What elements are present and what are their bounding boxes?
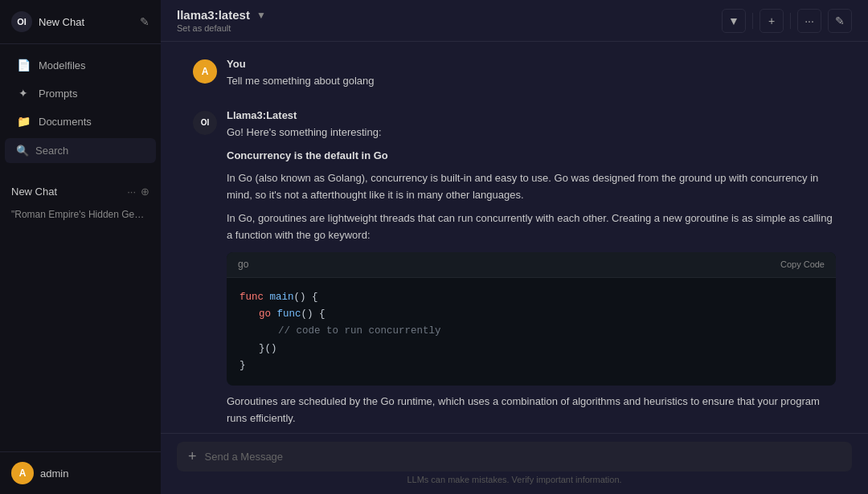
sidebar-chats-section: New Chat ··· ⊕ "Roman Empire's Hidden Ge… bbox=[0, 173, 161, 231]
bot-message-content: Llama3:Latest Go! Here's something inter… bbox=[227, 109, 836, 433]
sidebar-item-prompts[interactable]: ✦ Prompts bbox=[5, 80, 156, 107]
code-line-4: }() bbox=[240, 341, 823, 357]
chat-area: A You Tell me something about golang OI … bbox=[161, 42, 868, 433]
username-label: admin bbox=[40, 467, 68, 480]
input-row: + bbox=[177, 442, 852, 472]
bot-para1: In Go (also known as Golang), concurrenc… bbox=[227, 170, 836, 204]
user-message-content: You Tell me something about golang bbox=[227, 58, 836, 90]
documents-icon: 📁 bbox=[16, 115, 31, 128]
sidebar: OI New Chat ✎ 📄 Modelfiles ✦ Prompts 📁 D… bbox=[0, 0, 161, 494]
code-line-5: } bbox=[240, 357, 823, 374]
code-line-2: go func() { bbox=[240, 306, 823, 323]
set-default-label: Set as default bbox=[177, 23, 266, 33]
bot-message: OI Llama3:Latest Go! Here's something in… bbox=[193, 109, 836, 433]
search-item[interactable]: 🔍 Search bbox=[5, 138, 156, 163]
code-line-1: func main() { bbox=[240, 289, 823, 306]
sidebar-item-documents[interactable]: 📁 Documents bbox=[5, 108, 156, 135]
sidebar-header: OI New Chat ✎ bbox=[0, 0, 161, 44]
bot-intro: Go! Here's something interesting: bbox=[227, 125, 836, 141]
topbar-divider2 bbox=[790, 13, 791, 29]
user-avatar: A bbox=[11, 462, 34, 484]
user-avatar-msg: A bbox=[193, 59, 217, 84]
input-area: + LLMs can make mistakes. Verify importa… bbox=[161, 433, 868, 494]
chat-input[interactable] bbox=[205, 451, 841, 463]
topbar-chevron-button[interactable]: ▼ bbox=[722, 9, 746, 33]
bot-avatar-msg: OI bbox=[193, 111, 217, 135]
bot-message-text: Go! Here's something interesting: Concur… bbox=[227, 125, 836, 433]
chat-item-icons: ··· ⊕ bbox=[127, 186, 149, 198]
search-icon: 🔍 bbox=[16, 145, 29, 157]
topbar-more-button[interactable]: ··· bbox=[797, 9, 821, 33]
bottom-notice: LLMs can make mistakes. Verify important… bbox=[177, 472, 852, 489]
sidebar-item-prompts-label: Prompts bbox=[39, 88, 77, 100]
bot-author: Llama3:Latest bbox=[227, 109, 836, 121]
bot-para3: Goroutines are scheduled by the Go runti… bbox=[227, 394, 836, 427]
bot-heading1: Concurrency is the default in Go bbox=[227, 148, 836, 165]
sidebar-nav: 📄 Modelfiles ✦ Prompts 📁 Documents 🔍 Sea… bbox=[0, 44, 161, 173]
bot-para2: In Go, goroutines are lightweight thread… bbox=[227, 210, 836, 244]
topbar-edit-button[interactable]: ✎ bbox=[828, 9, 852, 33]
new-chat-item[interactable]: New Chat ··· ⊕ bbox=[0, 179, 161, 204]
topbar-plus-button[interactable]: + bbox=[760, 9, 784, 33]
sidebar-item-modelfiles[interactable]: 📄 Modelfiles bbox=[5, 51, 156, 79]
topbar-divider bbox=[752, 13, 753, 29]
code-header: go Copy Code bbox=[227, 252, 836, 278]
user-author: You bbox=[227, 58, 836, 70]
recent-chat-item[interactable]: "Roman Empire's Hidden Gems" bbox=[0, 204, 161, 225]
main-area: llama3:latest ▼ Set as default ▼ + ··· ✎… bbox=[161, 0, 868, 494]
topbar-right: ▼ + ··· ✎ bbox=[722, 9, 852, 33]
user-message: A You Tell me something about golang bbox=[193, 58, 836, 90]
user-message-text: Tell me something about golang bbox=[227, 73, 836, 90]
sidebar-title: New Chat bbox=[39, 16, 84, 28]
oi-logo: OI bbox=[11, 11, 32, 32]
new-chat-label: New Chat bbox=[11, 186, 57, 198]
attach-button[interactable]: + bbox=[188, 448, 197, 465]
add-chat-icon[interactable]: ⊕ bbox=[141, 186, 149, 198]
more-icon[interactable]: ··· bbox=[127, 186, 136, 198]
sidebar-footer: A admin bbox=[0, 451, 161, 494]
model-chevron-icon[interactable]: ▼ bbox=[256, 10, 266, 21]
sidebar-header-left: OI New Chat bbox=[11, 11, 84, 32]
code-body: func main() { go func() { // code to run… bbox=[227, 278, 836, 386]
modelfiles-icon: 📄 bbox=[16, 59, 31, 71]
topbar: llama3:latest ▼ Set as default ▼ + ··· ✎ bbox=[161, 0, 868, 42]
sidebar-item-documents-label: Documents bbox=[39, 116, 92, 128]
topbar-left: llama3:latest ▼ Set as default bbox=[177, 8, 266, 33]
search-label: Search bbox=[35, 145, 68, 157]
model-name: llama3:latest ▼ bbox=[177, 8, 266, 22]
code-lang-label: go bbox=[238, 257, 248, 272]
edit-icon[interactable]: ✎ bbox=[140, 15, 149, 28]
code-block: go Copy Code func main() { go func() { /… bbox=[227, 252, 836, 386]
prompts-icon: ✦ bbox=[16, 87, 31, 100]
model-name-text: llama3:latest bbox=[177, 8, 250, 22]
sidebar-item-modelfiles-label: Modelfiles bbox=[39, 59, 86, 71]
copy-code-button[interactable]: Copy Code bbox=[780, 259, 825, 269]
code-line-3: // code to run concurrently bbox=[240, 323, 823, 340]
